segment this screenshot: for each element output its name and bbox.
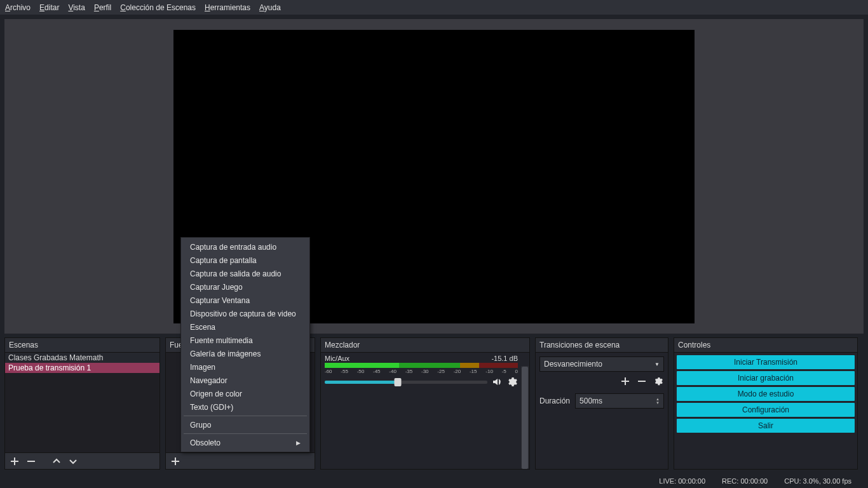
ctx-item-deprecated[interactable]: Obsoleto ▶ — [181, 436, 309, 449]
studio-mode-button[interactable]: Modo de estudio — [677, 387, 855, 401]
ctx-item[interactable]: Captura de pantalla — [181, 254, 309, 267]
gear-icon[interactable] — [506, 376, 518, 388]
scenes-list: Clases Grabadas Matemath Prueba de trans… — [5, 353, 159, 373]
ctx-item[interactable]: Navegador — [181, 374, 309, 387]
transition-settings-button[interactable] — [653, 376, 664, 387]
menu-archivo[interactable]: Archivo — [5, 3, 31, 12]
scene-item[interactable]: Prueba de transmisión 1 — [5, 363, 159, 373]
move-scene-up-button[interactable] — [50, 455, 64, 468]
menu-ayuda[interactable]: Ayuda — [259, 3, 281, 12]
scene-item[interactable]: Clases Grabadas Matemath — [5, 353, 159, 363]
duration-spinner[interactable]: 500ms ▲▼ — [575, 393, 664, 409]
volume-slider[interactable] — [325, 381, 487, 384]
ctx-item[interactable]: Texto (GDI+) — [181, 400, 309, 414]
ctx-item[interactable]: Galería de imágenes — [181, 347, 309, 360]
scenes-toolbar — [5, 452, 159, 469]
speaker-icon[interactable] — [491, 376, 503, 388]
transitions-header: Transiciones de escena — [536, 338, 668, 353]
add-source-button[interactable] — [168, 455, 182, 468]
remove-transition-button[interactable] — [636, 376, 648, 387]
volume-handle[interactable] — [395, 378, 402, 386]
chevron-right-icon: ▶ — [296, 440, 301, 446]
bottom-panels: Escenas Clases Grabadas Matemath Prueba … — [0, 334, 868, 470]
transitions-body: Desvanecimiento ▼ Duración 500ms ▲▼ — [536, 353, 668, 469]
transition-selected: Desvanecimiento — [544, 360, 602, 369]
settings-button[interactable]: Configuración — [677, 403, 855, 417]
scenes-body: Clases Grabadas Matemath Prueba de trans… — [5, 353, 159, 452]
controls-header: Controles — [674, 338, 857, 353]
add-scene-button[interactable] — [8, 455, 22, 468]
duration-label: Duración — [539, 396, 570, 405]
menu-perfil[interactable]: Perfil — [94, 3, 111, 12]
menu-coleccion[interactable]: Colección de Escenas — [120, 3, 196, 12]
audio-meter — [325, 363, 518, 368]
menu-editar[interactable]: Editar — [39, 3, 59, 12]
ctx-item[interactable]: Escena — [181, 320, 309, 334]
statusbar: LIVE: 00:00:00 REC: 00:00:00 CPU: 3.0%, … — [0, 474, 868, 488]
mixer-panel: Mezclador Mic/Aux -15.1 dB -60 -55 -50 -… — [320, 337, 530, 470]
scenes-panel: Escenas Clases Grabadas Matemath Prueba … — [4, 337, 160, 470]
meter-ticks: -60 -55 -50 -45 -40 -35 -30 -25 -20 -15 … — [325, 369, 518, 374]
start-stream-button[interactable]: Iniciar Transmisión — [677, 355, 855, 369]
add-source-context-menu: Captura de entrada audio Captura de pant… — [180, 237, 310, 452]
mixer-channel-db: -15.1 dB — [491, 355, 518, 362]
duration-value: 500ms — [580, 396, 602, 405]
transition-select[interactable]: Desvanecimiento ▼ — [539, 356, 664, 372]
separator — [184, 433, 307, 434]
controls-panel: Controles Iniciar Transmisión Iniciar gr… — [674, 337, 858, 470]
ctx-item-group[interactable]: Grupo — [181, 418, 309, 431]
mixer-body: Mic/Aux -15.1 dB -60 -55 -50 -45 -40 -35… — [321, 353, 529, 469]
controls-body: Iniciar Transmisión Iniciar grabación Mo… — [674, 353, 857, 469]
ctx-item-label: Obsoleto — [190, 438, 220, 447]
mixer-header: Mezclador — [321, 338, 529, 353]
status-live: LIVE: 00:00:00 — [659, 477, 705, 485]
add-transition-button[interactable] — [620, 376, 631, 387]
mixer-channel: Mic/Aux -15.1 dB -60 -55 -50 -45 -40 -35… — [321, 353, 522, 390]
ctx-item[interactable]: Fuente multimedia — [181, 334, 309, 347]
scenes-header: Escenas — [5, 338, 159, 353]
ctx-item[interactable]: Imagen — [181, 360, 309, 374]
menu-herramientas[interactable]: Herramientas — [205, 3, 250, 12]
ctx-item[interactable]: Capturar Juego — [181, 280, 309, 294]
remove-scene-button[interactable] — [24, 455, 38, 468]
move-scene-down-button[interactable] — [66, 455, 80, 468]
status-cpu: CPU: 3.0%, 30.00 fps — [784, 477, 851, 485]
spinner-arrows[interactable]: ▲▼ — [656, 397, 660, 405]
chevron-down-icon: ▼ — [654, 362, 660, 367]
separator — [184, 416, 307, 416]
exit-button[interactable]: Salir — [677, 419, 855, 433]
ctx-item[interactable]: Captura de salida de audio — [181, 267, 309, 280]
ctx-item[interactable]: Captura de entrada audio — [181, 240, 309, 254]
ctx-item[interactable]: Capturar Ventana — [181, 294, 309, 307]
menu-vista[interactable]: Vista — [68, 3, 85, 12]
menubar: Archivo Editar Vista Perfil Colección de… — [0, 0, 868, 15]
mixer-scrollbar[interactable] — [521, 366, 529, 468]
status-rec: REC: 00:00:00 — [722, 477, 768, 485]
transitions-panel: Transiciones de escena Desvanecimiento ▼… — [535, 337, 668, 470]
volume-row — [325, 376, 518, 388]
ctx-item[interactable]: Origen de color — [181, 387, 309, 400]
mixer-channel-name: Mic/Aux — [325, 355, 349, 362]
sources-toolbar — [166, 452, 315, 469]
preview-area — [4, 19, 864, 334]
ctx-item[interactable]: Dispositivo de captura de video — [181, 307, 309, 320]
start-record-button[interactable]: Iniciar grabación — [677, 371, 855, 385]
